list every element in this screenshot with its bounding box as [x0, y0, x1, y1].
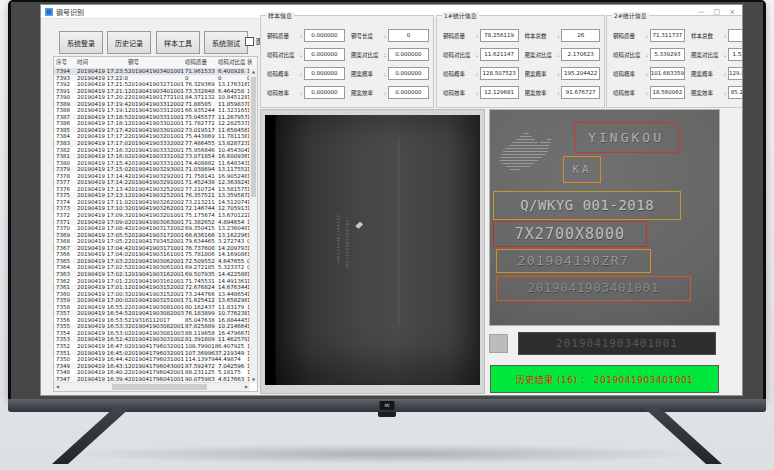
- field-value-input[interactable]: 26: [561, 29, 600, 42]
- scroll-right-icon[interactable]: ▶: [243, 383, 250, 391]
- field-value-input[interactable]: 0.000000: [304, 86, 345, 99]
- desktop-background: 钢号识别 — □ × 系统登录 历史记录 样本工具 系统测试 图像采集: [11, 2, 763, 399]
- field-value-input[interactable]: 129.826721: [728, 67, 743, 80]
- stat-field: 图案概率:0.000000: [351, 67, 429, 80]
- field-colon: :: [300, 71, 302, 77]
- field-colon: :: [300, 33, 302, 39]
- sample-tool-button[interactable]: 样本工具: [156, 31, 200, 54]
- scroll-up-icon[interactable]: ▲: [250, 68, 257, 75]
- camera-image: 2019041903401001 2019041903401001: [265, 115, 480, 385]
- system-test-button[interactable]: 系统测试: [204, 31, 248, 54]
- stat-field: 钢码质量:78.256119: [443, 29, 519, 42]
- field-value-input[interactable]: 128.507523: [480, 67, 519, 80]
- stat-field: 喷码概率:0.000000: [267, 67, 345, 80]
- field-label: 图案对比度: [351, 51, 382, 59]
- horizontal-scrollbar[interactable]: ◀ ▶: [54, 382, 250, 391]
- stat-field: 图案效率:91.676727: [525, 86, 601, 99]
- history-result-bar[interactable]: 历史结果 (16) ： 2019041903401001: [490, 365, 719, 393]
- field-value-input[interactable]: 12.129681: [480, 86, 519, 99]
- field-value-input[interactable]: 101.683359: [650, 67, 685, 80]
- stat-field: 钢号长度:0: [351, 29, 429, 42]
- field-value-input[interactable]: 71.311737: [650, 29, 685, 42]
- system-login-button[interactable]: 系统登录: [59, 31, 103, 54]
- field-value-input[interactable]: 0: [388, 29, 429, 42]
- tv-ir-sensor: [378, 412, 396, 417]
- field-value-input[interactable]: 5.339293: [650, 48, 685, 61]
- field-value-input[interactable]: 1.526338: [728, 48, 743, 61]
- stat-field: 样本总数:26: [525, 29, 601, 42]
- field-label: 喷码效率: [267, 89, 298, 97]
- camera-image-panel: 2019041903401001 2019041903401001: [260, 109, 485, 394]
- field-colon: :: [384, 52, 386, 58]
- field-colon: :: [724, 33, 726, 39]
- inspection-image: YINGKOUKAQ/WKYG 001-20187X2700X800020190…: [489, 109, 720, 326]
- stat-field: 图案对比度:0.000000: [351, 48, 429, 61]
- field-label: 喷码概率: [613, 70, 644, 78]
- field-value-input[interactable]: 2.170623: [561, 48, 600, 61]
- field-value-input[interactable]: 195.204422: [561, 67, 600, 80]
- horizontal-scroll-thumb[interactable]: [112, 384, 207, 390]
- field-label: 样本总数: [525, 32, 556, 40]
- stat-field: 图案效率:0.000000: [351, 86, 429, 99]
- field-colon: :: [724, 71, 726, 77]
- field-value-input[interactable]: 78.256119: [480, 29, 519, 42]
- field-value-input[interactable]: 0.000000: [388, 48, 429, 61]
- stat-field: 喷码对比度:0.000000: [267, 48, 345, 61]
- field-label: 钢码质量: [613, 32, 644, 40]
- field-value-input[interactable]: 91.676727: [561, 86, 600, 99]
- stat-field: 喷码概率:128.507523: [443, 67, 519, 80]
- mi-logo: MI: [380, 401, 395, 410]
- field-label: 喷码对比度: [613, 51, 644, 59]
- field-value-input[interactable]: 0.000000: [304, 29, 345, 42]
- column-header[interactable]: 时间: [77, 57, 128, 68]
- checkbox-icon[interactable]: [245, 37, 254, 46]
- field-label: 图案效率: [691, 89, 722, 97]
- column-header[interactable]: 状态: [247, 57, 252, 68]
- stat-field: 图案对比度:1.526338: [691, 48, 743, 61]
- field-value-input[interactable]: 85.232185: [728, 86, 743, 99]
- column-header[interactable]: 喷码对比度: [218, 57, 247, 68]
- field-value-input[interactable]: 5: [728, 29, 743, 42]
- field-value-input[interactable]: 0.000000: [388, 86, 429, 99]
- manufacturer-logo: [497, 127, 554, 174]
- field-colon: :: [646, 71, 648, 77]
- field-label: 喷码效率: [613, 89, 644, 97]
- field-label: 钢码质量: [443, 32, 474, 40]
- field-value-input[interactable]: 0.000000: [304, 48, 345, 61]
- ocr-overlay-box: 7X2700X8000: [493, 221, 646, 248]
- app-icon: [45, 8, 53, 16]
- column-header[interactable]: 钢号: [128, 57, 185, 68]
- vertical-scroll-thumb[interactable]: [251, 77, 256, 197]
- head1-stats-panel: 1#统计信息钢码质量:78.256119样本总数:26喷码对比度:11.6211…: [436, 15, 605, 108]
- history-result-text: 历史结果 (16) ： 2019041903401001: [516, 373, 694, 386]
- field-value-input[interactable]: 18.560062: [650, 86, 685, 99]
- field-value-input[interactable]: 0.000000: [388, 67, 429, 80]
- field-label: 图案对比度: [691, 51, 722, 59]
- column-header[interactable]: 序号: [54, 57, 77, 68]
- field-label: 图案对比度: [525, 51, 556, 59]
- field-value-input[interactable]: 11.621147: [480, 48, 519, 61]
- tv-floor-shadow: [60, 444, 714, 464]
- sample-info-panel: 样本信息钢码质量:0.000000钢号长度:0喷码对比度:0.000000图案对…: [260, 15, 434, 108]
- history-record-button[interactable]: 历史记录: [107, 31, 151, 54]
- stat-field: 喷码概率:101.683359: [613, 67, 685, 80]
- field-colon: :: [476, 71, 478, 77]
- plate-streak: [398, 137, 400, 326]
- field-label: 图案效率: [525, 89, 556, 97]
- panel-title: 2#统计信息: [612, 12, 649, 20]
- stat-field: 样本总数:5: [691, 29, 743, 42]
- column-header[interactable]: 喷码质量: [185, 57, 218, 68]
- ocr-overlay-box: KA: [563, 156, 600, 183]
- scroll-down-icon[interactable]: ▼: [250, 376, 257, 383]
- field-colon: :: [646, 90, 648, 96]
- stat-field: 图案概率:195.204422: [525, 67, 601, 80]
- stat-field: 喷码效率:18.560062: [613, 86, 685, 99]
- field-colon: :: [724, 90, 726, 96]
- code-crop-image: 2019041903401001: [518, 332, 716, 355]
- stat-field: 喷码对比度:11.621147: [443, 48, 519, 61]
- vertical-scrollbar[interactable]: ▲ ▼: [249, 68, 257, 383]
- stat-field: 喷码对比度:5.339293: [613, 48, 685, 61]
- field-colon: :: [384, 90, 386, 96]
- scroll-left-icon[interactable]: ◀: [54, 383, 61, 391]
- field-value-input[interactable]: 0.000000: [304, 67, 345, 80]
